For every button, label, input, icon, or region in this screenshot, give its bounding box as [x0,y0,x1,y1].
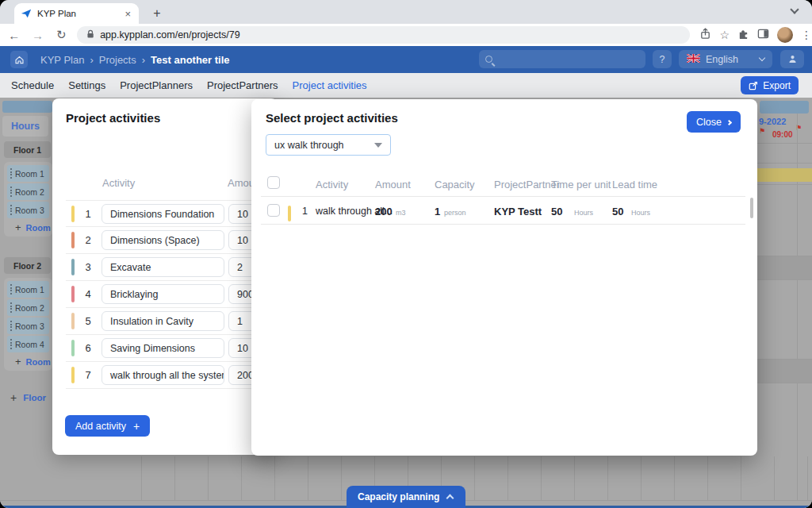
drag-handle-icon[interactable] [10,168,12,179]
activity-row: 4Bricklaying900 [66,281,278,308]
app-tab-bar: ScheduleSettingsProjectPlannersProjectPa… [0,73,812,98]
timeline-date-label: 9-2022 [759,117,786,126]
activity-name-input[interactable]: Insulation in Cavity [102,311,224,331]
plus-icon: + [10,391,17,404]
activity-name-input[interactable]: walk through all the system [102,365,224,385]
room-item[interactable]: Room 1 [7,165,49,182]
add-activity-button[interactable]: Add activity + [65,415,150,437]
back-icon[interactable]: ← [5,29,24,42]
activity-name-input[interactable]: Bricklaying [102,284,224,304]
address-bar[interactable]: app.kypplan.com/en/projects/79 [77,26,690,44]
room-item[interactable]: Room 4 [7,336,49,352]
tab-projectpartners[interactable]: ProjectPartners [207,79,278,91]
reload-icon[interactable]: ↻ [52,28,71,42]
column-header-activity: Activity [102,177,135,189]
project-activities-modal: Project activities Activity Amount 1Dime… [52,98,278,455]
chevron-down-icon[interactable] [790,5,799,13]
activity-color-bar [71,206,75,222]
activity-color-bar [71,340,75,356]
search-input[interactable] [479,50,645,68]
help-button[interactable]: ? [653,50,672,68]
timeline-highlight-band [757,168,812,182]
floor-header[interactable]: Floor 1 [4,141,51,158]
activity-color-bar [71,259,75,275]
profile-avatar[interactable] [777,27,793,43]
activity-filter-dropdown[interactable]: ux walk through [266,134,391,156]
grid-line [757,143,812,144]
breadcrumb-item[interactable]: Test another tile [151,54,229,66]
language-dropdown[interactable]: English [679,50,772,68]
activity-name-input[interactable]: Dimensions (Space) [102,230,224,250]
modal-title: Select project activities [266,111,398,125]
activity-name-input[interactable]: Saving Dimensions [102,338,224,358]
lock-icon [86,28,94,42]
breadcrumb-item[interactable]: Projects [99,54,136,66]
chevron-up-icon [446,495,454,502]
hours-label: Hours [2,116,48,137]
activity-number: 3 [82,261,94,273]
select-all-checkbox[interactable] [267,176,280,189]
new-tab-button[interactable]: + [147,4,167,23]
timeline-row-band [757,256,812,279]
select-activities-modal: Select project activities Close ux walk … [251,99,757,456]
browser-tab-strip: KYP Plan × + [0,0,812,24]
browser-menu-icon[interactable]: ⋮ [801,29,812,41]
close-tab-icon[interactable]: × [123,8,132,20]
browser-toolbar: ← → ↻ app.kypplan.com/en/projects/79 ☆ ⋮ [0,24,812,46]
extensions-puzzle-icon[interactable] [737,28,749,43]
export-button[interactable]: Export [741,76,799,94]
tab-settings[interactable]: Settings [68,79,105,91]
add-floor-button[interactable]: + Floor [10,391,46,404]
share-icon[interactable] [699,28,711,43]
drag-handle-icon[interactable] [10,205,12,215]
plus-icon: + [133,420,140,433]
side-panel-icon[interactable] [757,28,769,43]
room-item[interactable]: Room 2 [7,183,49,200]
table-row[interactable]: 1 walk through all... 200 m3 1 person KY… [261,196,745,225]
chevron-right-icon [726,119,732,125]
room-label: Room 2 [15,303,44,313]
tab-schedule[interactable]: Schedule [11,79,54,91]
url-text: app.kypplan.com/en/projects/79 [100,29,240,40]
kyp-logo-icon [21,8,32,19]
add-room-button[interactable]: +Room [7,220,50,235]
activity-name-input[interactable]: Dimensions Foundation [102,204,224,224]
activity-color-bar [71,367,75,383]
drag-handle-icon[interactable] [10,321,12,331]
drag-handle-icon[interactable] [10,284,12,294]
grid-line [757,256,812,256]
activity-number: 5 [82,315,94,327]
cell-capacity: 1 [435,206,440,217]
room-label: Room 3 [15,206,44,215]
user-button[interactable] [780,50,804,68]
table-header: Activity Amount Capacity ProjectPartner … [251,173,745,197]
home-button[interactable] [10,51,28,68]
room-item[interactable]: Room 3 [7,318,49,334]
grid-line [757,279,812,280]
cell-partner: KYP Testt [494,206,542,217]
capacity-planning-button[interactable]: Capacity planning [347,486,465,508]
floor-header[interactable]: Floor 2 [4,257,51,274]
browser-tab[interactable]: KYP Plan × [14,3,139,24]
room-item[interactable]: Room 3 [7,202,49,218]
add-room-button[interactable]: +Room [7,354,50,369]
drag-handle-icon[interactable] [10,339,12,349]
breadcrumb-separator: › [90,54,93,66]
room-label: Room 2 [15,187,44,197]
drag-handle-icon[interactable] [10,187,12,197]
drag-handle-icon[interactable] [10,302,12,313]
chevron-down-icon [759,55,765,61]
uk-flag-icon [687,54,700,65]
forward-icon[interactable]: → [29,29,48,42]
row-checkbox[interactable] [267,204,280,217]
scrollbar-thumb[interactable] [750,198,753,218]
room-item[interactable]: Room 1 [7,281,49,298]
close-button[interactable]: Close [687,111,741,133]
bookmark-star-icon[interactable]: ☆ [719,29,730,41]
search-icon [485,56,492,63]
activity-name-input[interactable]: Excavate [102,257,224,277]
tab-projectplanners[interactable]: ProjectPlanners [120,79,193,91]
breadcrumb-item[interactable]: KYP Plan [40,54,84,66]
tab-project-activities[interactable]: Project activities [293,79,367,91]
room-item[interactable]: Room 2 [7,299,49,316]
